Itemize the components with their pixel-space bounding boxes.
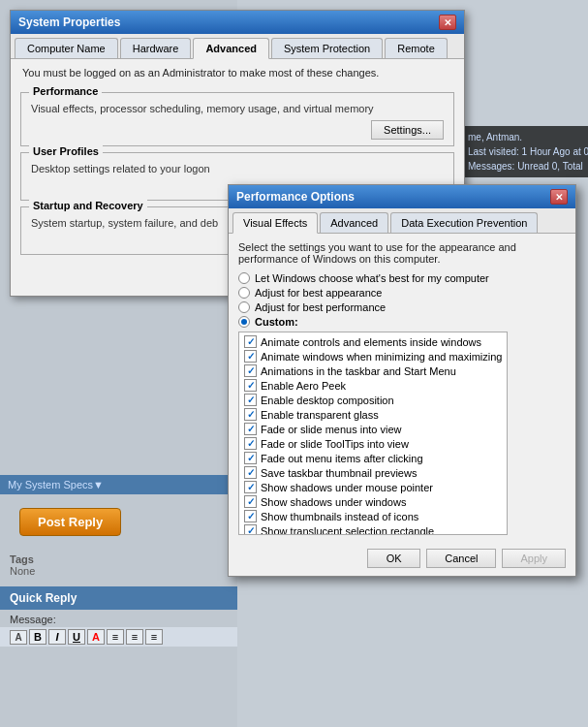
checkbox-label: Animations in the taskbar and Start Menu [261, 365, 456, 377]
checkbox-item[interactable]: Enable desktop composition [241, 393, 505, 407]
admin-notice: You must be logged on as an Administrato… [11, 59, 464, 86]
checkbox-input[interactable] [244, 510, 257, 522]
checkbox-input[interactable] [244, 423, 257, 435]
toolbar-align-center[interactable]: ≡ [126, 629, 143, 645]
perf-close-button[interactable]: ✕ [550, 189, 568, 205]
toolbar-font-size[interactable]: A [10, 630, 27, 645]
perf-ok-button[interactable]: OK [367, 549, 420, 568]
tab-advanced[interactable]: Advanced [193, 38, 269, 59]
tab-computer-name[interactable]: Computer Name [15, 38, 118, 58]
checkbox-item[interactable]: Show shadows under mouse pointer [241, 480, 505, 494]
radio-best-performance-input[interactable] [238, 301, 250, 313]
checkbox-label: Save taskbar thumbnail previews [261, 467, 417, 479]
tab-remote[interactable]: Remote [385, 38, 448, 58]
visited-overlay: me, Antman. Last visited: 1 Hour Ago at … [462, 126, 588, 177]
radio-let-windows-input[interactable] [238, 272, 250, 284]
visual-effects-list[interactable]: Animate controls and elements inside win… [238, 332, 508, 535]
checkbox-list-wrapper: Animate controls and elements inside win… [238, 332, 566, 535]
perf-cancel-button[interactable]: Cancel [426, 549, 496, 568]
checkbox-input[interactable] [244, 495, 257, 508]
quick-reply-header: Quick Reply [0, 586, 237, 610]
checkbox-input[interactable] [244, 350, 257, 363]
radio-custom-label: Custom: [255, 316, 298, 328]
checkbox-input[interactable] [244, 394, 257, 406]
toolbar-italic[interactable]: I [48, 629, 66, 645]
performance-content: Visual effects, processor scheduling, me… [31, 103, 444, 140]
checkbox-input[interactable] [244, 466, 257, 479]
checkbox-item[interactable]: Save taskbar thumbnail previews [241, 465, 505, 480]
radio-custom[interactable]: Custom: [238, 316, 566, 328]
close-button[interactable]: ✕ [439, 15, 456, 30]
checkbox-item[interactable]: Animations in the taskbar and Start Menu [241, 364, 505, 378]
checkbox-item[interactable]: Fade or slide ToolTips into view [241, 436, 505, 451]
tab-system-protection[interactable]: System Protection [271, 38, 383, 58]
checkbox-label: Enable desktop composition [261, 395, 394, 406]
performance-group-label: Performance [29, 85, 102, 97]
checkbox-label: Animate controls and elements inside win… [261, 336, 481, 348]
radio-best-performance-label: Adjust for best performance [255, 301, 386, 313]
checkbox-label: Fade or slide ToolTips into view [261, 438, 409, 450]
perf-apply-button[interactable]: Apply [502, 549, 566, 568]
checkbox-label: Fade or slide menus into view [261, 424, 402, 435]
tags-label: Tags [10, 553, 228, 565]
checkbox-item[interactable]: Fade out menu items after clicking [241, 451, 505, 465]
perf-options-titlebar: Performance Options ✕ [229, 185, 575, 208]
toolbar-align-left[interactable]: ≡ [107, 629, 124, 645]
perf-tab-dep[interactable]: Data Execution Prevention [390, 212, 538, 233]
toolbar-align-right[interactable]: ≡ [145, 629, 163, 645]
toolbar-bold[interactable]: B [29, 629, 46, 645]
startup-recovery-label: Startup and Recovery [29, 200, 147, 211]
perf-tabs: Visual Effects Advanced Data Execution P… [229, 208, 575, 234]
perf-tab-advanced[interactable]: Advanced [320, 212, 388, 233]
checkbox-input[interactable] [244, 524, 257, 535]
checkbox-label: Enable Aero Peek [261, 380, 346, 392]
my-system-specs[interactable]: My System Specs▼ [0, 475, 237, 494]
checkbox-item[interactable]: Enable Aero Peek [241, 378, 505, 393]
checkbox-input[interactable] [244, 408, 257, 421]
perf-titlebar-buttons: ✕ [550, 189, 568, 205]
checkbox-label: Show translucent selection rectangle [261, 525, 434, 536]
checkbox-item[interactable]: Show shadows under windows [241, 494, 505, 509]
tab-hardware[interactable]: Hardware [120, 38, 192, 58]
checkbox-item[interactable]: Fade or slide menus into view [241, 422, 505, 436]
user-profiles-label: User Profiles [29, 145, 103, 157]
tags-section: Tags None [0, 550, 237, 581]
checkbox-input[interactable] [244, 452, 257, 464]
checkbox-item[interactable]: Animate windows when minimizing and maxi… [241, 349, 505, 364]
checkbox-input[interactable] [244, 437, 257, 450]
system-props-tabs: Computer Name Hardware Advanced System P… [11, 34, 464, 59]
checkbox-label: Show shadows under windows [261, 496, 406, 508]
post-reply-button[interactable]: Post Reply [19, 508, 121, 536]
checkbox-item[interactable]: Show translucent selection rectangle [241, 523, 505, 535]
radio-custom-input[interactable] [238, 316, 250, 328]
checkbox-label: Enable transparent glass [261, 409, 379, 421]
radio-let-windows[interactable]: Let Windows choose what's best for my co… [238, 272, 566, 284]
radio-options-group: Let Windows choose what's best for my co… [238, 272, 566, 328]
performance-settings-button[interactable]: Settings... [371, 120, 444, 140]
checkbox-input[interactable] [244, 335, 257, 348]
checkbox-label: Show shadows under mouse pointer [261, 482, 433, 493]
system-props-titlebar: System Properties ✕ [11, 11, 464, 34]
radio-let-windows-label: Let Windows choose what's best for my co… [255, 272, 489, 284]
checkbox-item[interactable]: Animate controls and elements inside win… [241, 334, 505, 349]
performance-desc: Visual effects, processor scheduling, me… [31, 103, 444, 114]
checkbox-label: Animate windows when minimizing and maxi… [261, 351, 502, 363]
checkbox-label: Show thumbnails instead of icons [261, 511, 418, 522]
radio-best-appearance-label: Adjust for best appearance [255, 287, 382, 299]
checkbox-input[interactable] [244, 364, 257, 377]
checkbox-item[interactable]: Enable transparent glass [241, 407, 505, 422]
checkbox-input[interactable] [244, 379, 257, 392]
perf-content-area: Select the settings you want to use for … [229, 234, 575, 543]
system-props-title: System Properties [18, 16, 120, 29]
tags-value: None [10, 565, 228, 577]
radio-best-appearance[interactable]: Adjust for best appearance [238, 287, 566, 299]
checkbox-input[interactable] [244, 481, 257, 493]
radio-best-appearance-input[interactable] [238, 287, 250, 299]
toolbar-color[interactable]: A [87, 629, 105, 645]
checkbox-item[interactable]: Show thumbnails instead of icons [241, 509, 505, 523]
perf-tab-visual-effects[interactable]: Visual Effects [232, 212, 318, 234]
toolbar-underline[interactable]: U [68, 629, 85, 645]
radio-best-performance[interactable]: Adjust for best performance [238, 301, 566, 313]
performance-options-dialog: Performance Options ✕ Visual Effects Adv… [228, 184, 576, 577]
titlebar-buttons: ✕ [439, 15, 456, 30]
